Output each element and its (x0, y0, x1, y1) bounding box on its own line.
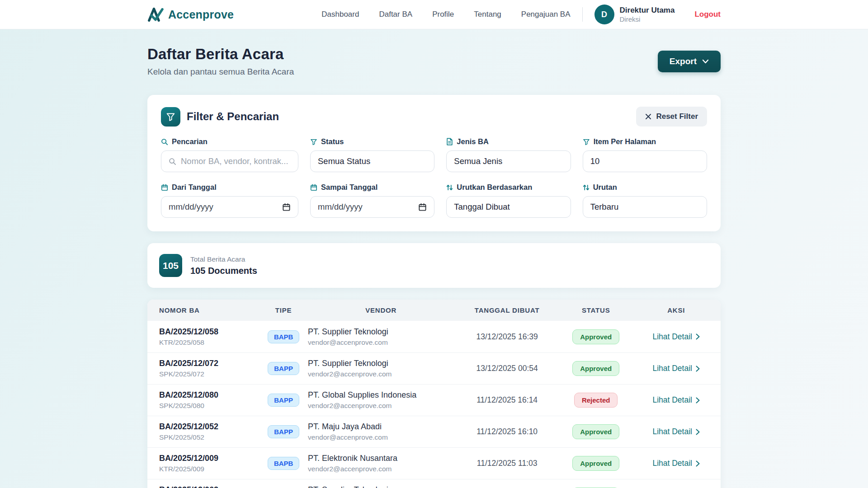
item-per-halaman-select[interactable]: 10 (583, 150, 707, 172)
col-header-status: STATUS (560, 306, 632, 314)
date-picker-icon[interactable] (418, 203, 427, 211)
item-per-halaman-label: Item Per Halaman (594, 137, 656, 146)
jenis-ba-label: Jenis BA (457, 137, 489, 146)
status-badge: Approved (572, 424, 619, 439)
funnel-small-icon (583, 138, 590, 145)
nav-links: Dashboard Daftar BA Profile Tentang Peng… (321, 10, 570, 19)
brand-logo[interactable]: Accenprove (147, 7, 234, 22)
vendor-email: vendor2@accenprove.com (308, 402, 454, 410)
vendor-name: PT. Supplier Teknologi (308, 485, 454, 488)
table-row: BA/2025/12/080 SPK/2025/080 BAPP PT. Glo… (147, 384, 721, 416)
view-detail-label: Lihat Detail (652, 459, 692, 468)
field-dari-tanggal: Dari Tanggal mm/dd/yyyy (161, 183, 298, 218)
created-date: 11/12/2025 11:03 (454, 459, 560, 468)
summary-card: 105 Total Berita Acara 105 Documents (147, 243, 721, 288)
type-badge: BAPP (268, 394, 299, 407)
funnel-small-icon (310, 138, 317, 145)
reset-filter-button[interactable]: Reset Filter (636, 107, 707, 127)
chevron-right-icon (696, 460, 700, 467)
vendor-email: vendor2@accenprove.com (308, 465, 454, 473)
chevron-right-icon (696, 397, 700, 404)
sampai-tanggal-value: mm/dd/yyyy (318, 202, 363, 212)
nav-divider (582, 7, 583, 22)
summary-value: 105 Documents (190, 266, 257, 276)
nav-item-daftar-ba[interactable]: Daftar BA (379, 10, 412, 19)
status-label: Status (321, 137, 344, 146)
user-role: Direksi (620, 15, 675, 23)
filter-card: Filter & Pencarian Reset Filter Pencaria… (147, 95, 721, 231)
status-badge: Rejected (574, 393, 618, 408)
urutkan-berdasarkan-select[interactable]: Tanggal Dibuat (446, 196, 571, 218)
user-name: Direktur Utama (620, 5, 675, 15)
type-badge: BAPP (268, 362, 299, 375)
brand-name: Accenprove (168, 8, 234, 21)
item-per-halaman-value: 10 (590, 156, 600, 166)
ba-ref-number: KTR/2025/009 (159, 465, 259, 473)
date-picker-icon[interactable] (282, 203, 291, 211)
field-pencarian: Pencarian (161, 137, 298, 172)
view-detail-link[interactable]: Lihat Detail (652, 364, 700, 373)
jenis-ba-select[interactable]: Semua Jenis (446, 150, 571, 172)
vendor-name: PT. Global Supplies Indonesia (308, 390, 454, 400)
view-detail-link[interactable]: Lihat Detail (652, 395, 700, 405)
export-button[interactable]: Export (658, 51, 721, 72)
col-header-tipe: TIPE (259, 306, 308, 314)
field-jenis-ba: Jenis BA Semua Jenis (446, 137, 571, 172)
jenis-ba-select-value: Semua Jenis (454, 156, 502, 166)
sort-arrows-icon (583, 184, 590, 191)
nav-item-pengajuan-ba[interactable]: Pengajuan BA (521, 10, 571, 19)
sampai-tanggal-input[interactable]: mm/dd/yyyy (310, 196, 434, 218)
sort-arrows-icon (446, 184, 453, 191)
ba-number: BA/2025/12/080 (159, 390, 259, 400)
close-icon (645, 113, 651, 120)
dari-tanggal-label: Dari Tanggal (172, 183, 217, 192)
chevron-right-icon (696, 333, 700, 340)
type-badge: BAPB (268, 457, 300, 470)
col-header-nomor-ba: NOMOR BA (147, 306, 259, 314)
nav-item-dashboard[interactable]: Dashboard (321, 10, 359, 19)
search-input[interactable] (181, 156, 291, 166)
search-icon (161, 138, 168, 145)
view-detail-link[interactable]: Lihat Detail (652, 459, 700, 468)
view-detail-label: Lihat Detail (652, 332, 692, 342)
view-detail-link[interactable]: Lihat Detail (652, 332, 700, 342)
table-body: BA/2025/12/058 KTR/2025/058 BAPB PT. Sup… (147, 321, 721, 488)
reset-filter-label: Reset Filter (656, 112, 698, 121)
type-badge: BAPP (268, 425, 299, 438)
dari-tanggal-value: mm/dd/yyyy (169, 202, 213, 212)
dari-tanggal-input[interactable]: mm/dd/yyyy (161, 196, 298, 218)
page-subtitle: Kelola dan pantau semua Berita Acara (147, 67, 294, 77)
ba-ref-number: SPK/2025/080 (159, 402, 259, 410)
urutan-select[interactable]: Terbaru (583, 196, 707, 218)
ba-number: BA/2025/12/072 (159, 359, 259, 368)
nav-item-profile[interactable]: Profile (432, 10, 454, 19)
top-navbar: Accenprove Dashboard Daftar BA Profile T… (0, 0, 868, 29)
created-date: 13/12/2025 00:54 (454, 364, 560, 373)
search-label: Pencarian (172, 137, 208, 146)
status-select[interactable]: Semua Status (310, 150, 434, 172)
field-item-per-halaman: Item Per Halaman 10 (583, 137, 707, 172)
status-badge: Approved (572, 456, 619, 471)
urutkan-berdasarkan-label: Urutkan Berdasarkan (457, 183, 532, 192)
filter-title: Filter & Pencarian (187, 110, 279, 123)
logout-link[interactable]: Logout (694, 10, 721, 19)
view-detail-link[interactable]: Lihat Detail (652, 427, 700, 436)
col-header-vendor: VENDOR (308, 306, 454, 314)
type-badge: BAPB (268, 330, 300, 343)
col-header-aksi: AKSI (632, 306, 721, 314)
user-menu[interactable]: D Direktur Utama Direksi (594, 5, 675, 24)
documents-table: NOMOR BA TIPE VENDOR TANGGAL DIBUAT STAT… (147, 300, 721, 488)
view-detail-label: Lihat Detail (652, 395, 692, 405)
funnel-icon (161, 107, 180, 127)
user-avatar: D (594, 5, 614, 24)
calendar-icon (310, 184, 317, 191)
ba-number: BA/2025/12/062 (159, 485, 259, 488)
table-row: BA/2025/12/072 SPK/2025/072 BAPP PT. Sup… (147, 352, 721, 384)
field-status: Status Semua Status (310, 137, 434, 172)
created-date: 13/12/2025 16:39 (454, 332, 560, 342)
vendor-name: PT. Supplier Teknologi (308, 359, 454, 368)
table-header-row: NOMOR BA TIPE VENDOR TANGGAL DIBUAT STAT… (147, 300, 721, 321)
nav-item-tentang[interactable]: Tentang (474, 10, 501, 19)
view-detail-label: Lihat Detail (652, 427, 692, 436)
ba-ref-number: SPK/2025/052 (159, 433, 259, 441)
